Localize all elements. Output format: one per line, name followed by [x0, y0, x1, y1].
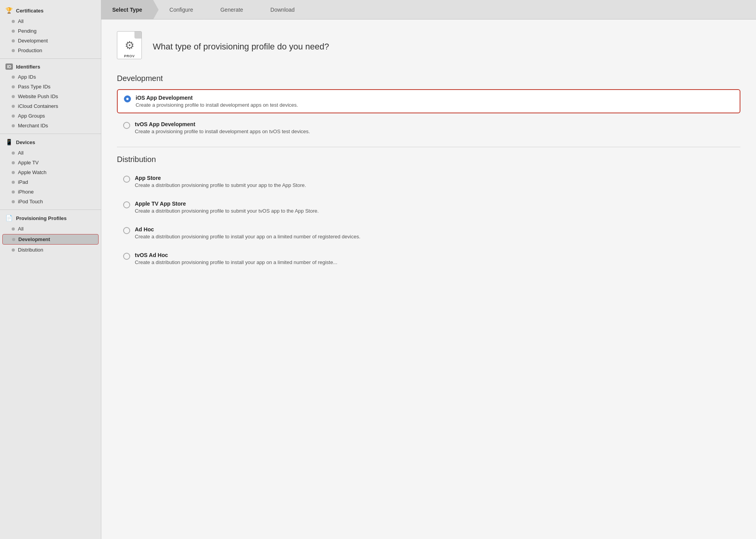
dot-icon [12, 181, 15, 184]
sidebar-section-header-certificates: 🏆 Certificates [0, 5, 101, 16]
icloudcontainers-label: iCloud Containers [18, 103, 58, 109]
option-app-store[interactable]: App Store Create a distribution provisio… [117, 170, 740, 193]
radio-tvos-ad-hoc[interactable] [123, 253, 130, 260]
radio-ios-app-dev[interactable] [124, 95, 131, 102]
distribution-section-title: Distribution [117, 155, 740, 164]
radio-appletv-app-store[interactable] [123, 201, 130, 208]
ipad-label: iPad [18, 179, 28, 185]
devices-label: Devices [16, 139, 35, 145]
radio-content-appletv-app-store: Apple TV App Store Create a distribution… [135, 201, 319, 214]
ad-hoc-title: Ad Hoc [135, 226, 360, 233]
divider-3 [0, 210, 101, 210]
sidebar-item-appletv[interactable]: Apple TV [0, 158, 101, 167]
identifiers-icon: ID [5, 63, 13, 70]
divider-2 [0, 134, 101, 134]
sidebar-item-applewatch[interactable]: Apple Watch [0, 167, 101, 177]
dot-icon [12, 227, 15, 231]
sidebar-item-merchantids[interactable]: Merchant IDs [0, 121, 101, 130]
merchantids-label: Merchant IDs [18, 123, 48, 129]
iphone-label: iPhone [18, 189, 34, 195]
sidebar-item-cert-development[interactable]: Development [0, 36, 101, 46]
cert-pending-label: Pending [18, 28, 37, 34]
icon-paper: ⚙ PROV [117, 31, 142, 59]
ios-app-dev-title: iOS App Development [136, 95, 298, 101]
certificates-label: Certificates [16, 8, 44, 14]
sidebar-section-header-provisioning: 📄 Provisioning Profiles [0, 212, 101, 224]
passtypeids-label: Pass Type IDs [18, 84, 51, 90]
appids-label: App IDs [18, 74, 36, 80]
sidebar-item-websitepushids[interactable]: Website Push IDs [0, 92, 101, 101]
dot-icon [12, 114, 15, 118]
dot-icon [12, 238, 15, 241]
radio-tvos-app-dev[interactable] [123, 122, 130, 129]
sidebar: 🏆 Certificates All Pending Development P… [0, 0, 101, 539]
dot-icon [12, 49, 15, 52]
sidebar-item-pp-all[interactable]: All [0, 224, 101, 234]
provisioning-icon: 📄 [5, 215, 13, 222]
development-section-title: Development [117, 74, 740, 83]
sidebar-item-devices-all[interactable]: All [0, 148, 101, 158]
sidebar-item-passtypeids[interactable]: Pass Type IDs [0, 82, 101, 92]
sidebar-section-devices: 📱 Devices All Apple TV Apple Watch iPad … [0, 136, 101, 206]
sidebar-item-ipodtouch[interactable]: iPod Touch [0, 197, 101, 206]
radio-content-tvos-app-dev: tvOS App Development Create a provisioni… [135, 121, 310, 134]
wizard-step-download-label: Download [270, 7, 295, 13]
option-ios-app-dev[interactable]: iOS App Development Create a provisionin… [117, 89, 740, 113]
wizard-step-download[interactable]: Download [254, 0, 306, 19]
wizard-step-generate[interactable]: Generate [204, 0, 254, 19]
app-store-desc: Create a distribution provisioning profi… [135, 182, 306, 188]
option-tvos-ad-hoc[interactable]: tvOS Ad Hoc Create a distribution provis… [117, 247, 740, 270]
option-tvos-app-dev[interactable]: tvOS App Development Create a provisioni… [117, 116, 740, 139]
wizard-step-configure-label: Configure [170, 7, 193, 13]
certificates-icon: 🏆 [5, 7, 13, 14]
sidebar-section-certificates: 🏆 Certificates All Pending Development P… [0, 5, 101, 55]
sidebar-item-pp-distribution[interactable]: Distribution [0, 245, 101, 255]
dot-icon [12, 151, 15, 155]
sidebar-item-pp-development[interactable]: Development [2, 234, 99, 245]
wizard-step-select-type[interactable]: Select Type [101, 0, 153, 19]
main-content: Select Type Configure Generate Download … [101, 0, 756, 539]
ad-hoc-desc: Create a distribution provisioning profi… [135, 234, 360, 240]
dot-icon [12, 30, 15, 33]
section-divider [117, 147, 740, 147]
radio-app-store[interactable] [123, 176, 130, 183]
tvos-app-dev-desc: Create a provisioning profile to install… [135, 129, 310, 134]
wizard-step-generate-label: Generate [220, 7, 243, 13]
sidebar-item-appgroups[interactable]: App Groups [0, 111, 101, 121]
divider-1 [0, 58, 101, 59]
sidebar-item-iphone[interactable]: iPhone [0, 187, 101, 197]
option-appletv-app-store[interactable]: Apple TV App Store Create a distribution… [117, 196, 740, 218]
tvos-ad-hoc-desc: Create a distribution provisioning profi… [135, 259, 337, 265]
appgroups-label: App Groups [18, 113, 45, 119]
sidebar-item-ipad[interactable]: iPad [0, 177, 101, 187]
app-store-title: App Store [135, 175, 306, 181]
dot-icon [12, 171, 15, 174]
wizard-step-configure[interactable]: Configure [153, 0, 204, 19]
sidebar-section-header-identifiers: ID Identifiers [0, 61, 101, 72]
pp-distribution-label: Distribution [18, 247, 43, 253]
cert-all-label: All [18, 18, 23, 24]
sidebar-item-cert-pending[interactable]: Pending [0, 26, 101, 36]
option-ad-hoc[interactable]: Ad Hoc Create a distribution provisionin… [117, 222, 740, 244]
wizard-step-select-type-label: Select Type [112, 7, 142, 13]
pp-development-label: Development [18, 236, 50, 242]
applewatch-label: Apple Watch [18, 169, 46, 175]
prov-label: PROV [117, 54, 141, 58]
sidebar-section-header-devices: 📱 Devices [0, 136, 101, 148]
ios-app-dev-desc: Create a provisioning profile to install… [136, 102, 298, 108]
dot-icon [12, 105, 15, 108]
websitepushids-label: Website Push IDs [18, 93, 58, 99]
cert-development-label: Development [18, 38, 48, 44]
sidebar-item-cert-production[interactable]: Production [0, 46, 101, 55]
radio-ad-hoc[interactable] [123, 227, 130, 234]
sidebar-item-appids[interactable]: App IDs [0, 72, 101, 82]
radio-content-ad-hoc: Ad Hoc Create a distribution provisionin… [135, 226, 360, 240]
sidebar-item-cert-all[interactable]: All [0, 16, 101, 26]
devices-icon: 📱 [5, 139, 13, 146]
dot-icon [12, 200, 15, 203]
radio-content-tvos-ad-hoc: tvOS Ad Hoc Create a distribution provis… [135, 252, 337, 265]
provisioning-label: Provisioning Profiles [16, 215, 67, 221]
pp-all-label: All [18, 226, 23, 232]
sidebar-item-icloudcontainers[interactable]: iCloud Containers [0, 101, 101, 111]
wizard-header: Select Type Configure Generate Download [101, 0, 756, 19]
